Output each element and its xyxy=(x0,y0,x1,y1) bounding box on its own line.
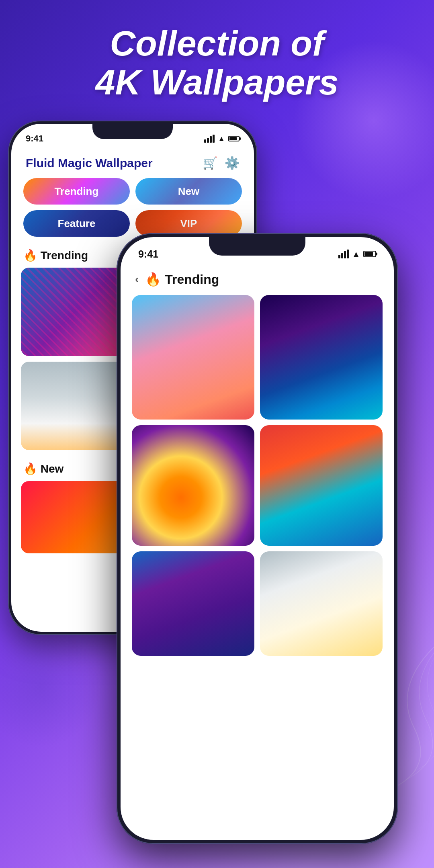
new-button[interactable]: New xyxy=(135,178,242,205)
app-header-back: Fluid Magic Wallpaper 🛒 ⚙️ xyxy=(11,148,254,174)
header-icons-back: 🛒 ⚙️ xyxy=(203,156,240,170)
notch-front xyxy=(209,237,305,256)
status-icons-front: ▲ xyxy=(338,250,376,259)
wallpaper-front-3[interactable] xyxy=(132,425,254,546)
status-icons-back: ▲ xyxy=(204,135,240,143)
battery-icon-front xyxy=(363,251,376,257)
wallpaper-col-left xyxy=(132,295,254,656)
wallpaper-front-6[interactable] xyxy=(260,551,383,656)
gear-icon-back[interactable]: ⚙️ xyxy=(225,156,240,170)
signal-icon-back xyxy=(204,135,215,143)
section-title-front: 🔥 Trending xyxy=(145,272,219,287)
trending-header-front: ‹ 🔥 Trending xyxy=(121,264,394,295)
hero-title: Collection of 4K Wallpapers xyxy=(0,24,434,102)
notch-back xyxy=(92,124,173,139)
wallpaper-grid-front xyxy=(121,295,394,656)
wallpaper-front-2[interactable] xyxy=(260,295,383,420)
trending-button[interactable]: Trending xyxy=(23,178,130,205)
wallpaper-front-4[interactable] xyxy=(260,425,383,546)
back-button-front[interactable]: ‹ xyxy=(135,273,139,286)
wifi-icon-front: ▲ xyxy=(352,250,360,259)
feature-button[interactable]: Feature xyxy=(23,210,130,237)
time-front: 9:41 xyxy=(138,248,158,260)
time-back: 9:41 xyxy=(26,133,43,144)
wallpaper-col-right xyxy=(260,295,383,656)
battery-icon-back xyxy=(228,136,240,141)
wallpaper-front-5[interactable] xyxy=(132,551,254,656)
cart-icon-back[interactable]: 🛒 xyxy=(203,156,217,170)
signal-icon-front xyxy=(338,250,349,258)
app-title-back: Fluid Magic Wallpaper xyxy=(26,156,153,170)
wallpaper-thumb-1[interactable] xyxy=(21,268,130,356)
phone-front: 9:41 ▲ ‹ 🔥 Trending xyxy=(117,233,398,844)
wallpaper-front-1[interactable] xyxy=(132,295,254,420)
wifi-icon-back: ▲ xyxy=(218,135,225,143)
